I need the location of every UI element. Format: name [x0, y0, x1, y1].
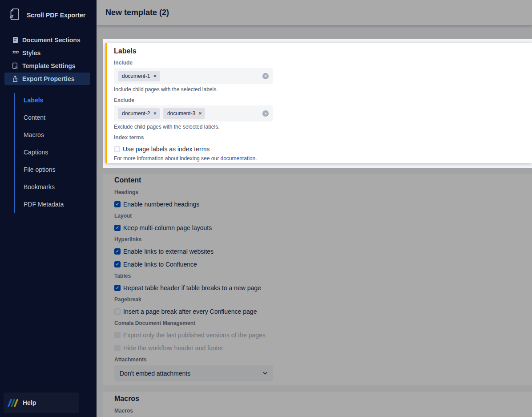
comala-group-label: Comala Document Management — [114, 320, 523, 326]
confluence-links-checkbox[interactable] — [114, 261, 121, 267]
content-section-title: Content — [114, 176, 523, 184]
headings-group-label: Headings — [114, 190, 523, 195]
template-settings-page: Labels Include document-1 Include child … — [97, 25, 532, 417]
clear-include-field-icon[interactable] — [262, 73, 269, 79]
include-labels-input[interactable]: document-1 — [114, 68, 273, 84]
hide-workflow-header-checkbox — [114, 345, 121, 351]
content-card: Content Headings Enable numbered heading… — [103, 174, 532, 385]
numbered-headings-checkbox[interactable] — [114, 201, 121, 207]
external-links-checkbox[interactable] — [114, 248, 121, 255]
clear-exclude-field-icon[interactable] — [262, 110, 269, 117]
page-header: New template (2) — [97, 0, 532, 25]
sidebar: Scroll PDF Exporter Document Sections ””… — [0, 0, 97, 417]
k15t-logo-icon — [8, 399, 19, 407]
sidebar-item-document-sections[interactable]: Document Sections — [4, 34, 90, 46]
export-icon — [12, 75, 18, 82]
last-published-versions-checkbox — [114, 332, 121, 338]
sidebar-item-export-properties[interactable]: Export Properties — [4, 73, 90, 85]
exclude-label: Exclude — [114, 97, 523, 103]
label-chip[interactable]: document-3 — [163, 108, 205, 119]
include-label: Include — [114, 60, 523, 66]
multi-column-checkbox[interactable] — [114, 225, 121, 231]
checkbox-row: Export only the last published versions … — [114, 331, 523, 339]
tables-group-label: Tables — [114, 273, 523, 279]
pdf-exporter-logo-icon — [9, 8, 20, 23]
attachments-group-label: Attachments — [114, 357, 523, 363]
index-terms-footnote: For more information about indexing see … — [114, 155, 523, 162]
main-area: New template (2) Labels Include document… — [97, 0, 532, 417]
app-window: Scroll PDF Exporter Document Sections ””… — [0, 0, 532, 417]
chevron-down-icon — [262, 372, 268, 375]
exclude-helper-text: Exclude child pages with the selected la… — [114, 124, 523, 130]
checkbox-row: Use page labels as index terms — [114, 145, 523, 153]
help-button[interactable]: Help — [4, 393, 79, 413]
exclude-labels-input[interactable]: document-2 document-3 — [114, 105, 273, 121]
checkbox-row: Enable links to Confluence — [114, 260, 523, 268]
quotes-icon: ”” — [12, 49, 18, 57]
use-page-labels-checkbox[interactable] — [114, 146, 120, 152]
document-gear-icon — [12, 62, 18, 69]
checkbox-row: Enable links to external websites — [114, 247, 523, 255]
checkbox-row: Repeat table header if table breaks to a… — [114, 284, 523, 291]
pagebreak-group-label: Pagebreak — [114, 297, 523, 303]
label-chip[interactable]: document-1 — [118, 71, 160, 81]
label-chip[interactable]: document-2 — [118, 108, 160, 119]
layout-group-label: Layout — [114, 213, 523, 219]
include-helper-text: Include child pages with the selected la… — [114, 86, 523, 93]
checkbox-row: Keep multi-column page layouts — [114, 224, 523, 231]
labels-section-spotlight: Labels Include document-1 Include child … — [103, 39, 532, 168]
labels-section-title: Labels — [114, 47, 523, 55]
subnav-connector-line — [14, 93, 15, 213]
app-logo-row: Scroll PDF Exporter — [0, 0, 97, 23]
app-title: Scroll PDF Exporter — [27, 12, 85, 19]
export-properties-subnav: Labels Content Macros Captions File opti… — [0, 91, 97, 213]
checkbox-row: Enable numbered headings — [114, 200, 523, 208]
checkbox-row: Hide the workflow header and footer — [114, 344, 523, 352]
help-label: Help — [23, 399, 36, 406]
labels-card: Labels Include document-1 Include child … — [105, 43, 532, 163]
documentation-link[interactable]: documentation — [220, 155, 255, 162]
page-title: New template (2) — [105, 8, 169, 17]
index-terms-label: Index terms — [114, 135, 523, 141]
sidebar-nav: Document Sections ”” Styles Template Set… — [0, 34, 97, 213]
macros-group-label: Macros — [114, 408, 523, 414]
sidebar-item-styles[interactable]: ”” Styles — [4, 47, 90, 59]
repeat-table-header-checkbox[interactable] — [114, 285, 121, 291]
checkbox-row: Insert a page break after every Confluen… — [114, 308, 523, 315]
sidebar-item-template-settings[interactable]: Template Settings — [4, 60, 90, 72]
document-sections-icon — [12, 36, 18, 44]
macros-section-title: Macros — [114, 394, 523, 403]
page-break-checkbox[interactable] — [114, 308, 121, 315]
macros-card: Macros Macros — [103, 392, 532, 417]
attachments-select[interactable]: Don't embed attachments — [114, 365, 273, 381]
hyperlinks-group-label: Hyperlinks — [114, 237, 523, 243]
